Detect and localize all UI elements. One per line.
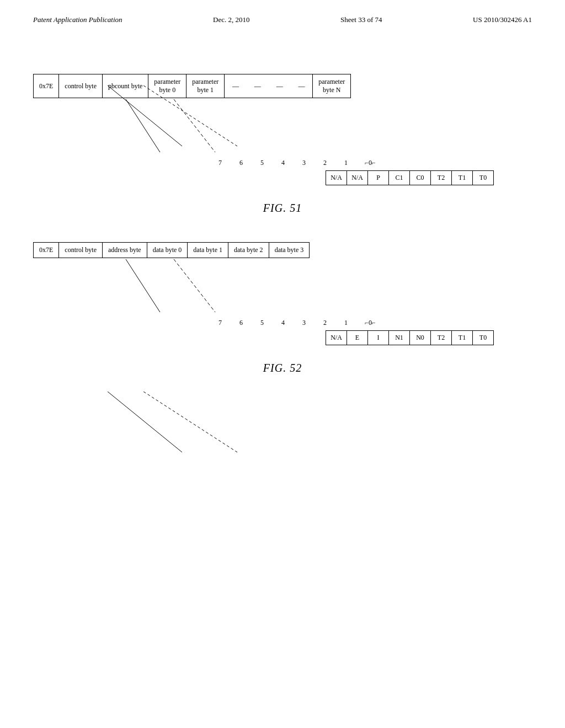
header-date: Dec. 2, 2010 xyxy=(213,15,249,24)
header-patent-number: US 2010/302426 A1 xyxy=(473,15,532,24)
fig52-bit-cell-e: E xyxy=(347,331,368,345)
fig51-cell-0x7e: 0x7E xyxy=(34,74,59,98)
svg-line-3 xyxy=(174,259,215,312)
fig52-bit-cell-n1: N1 xyxy=(389,331,410,345)
fig52-cell-data2: data byte 2 xyxy=(228,243,269,258)
fig51-section: 0x7E control byte pbcount byte parameter… xyxy=(0,24,565,374)
fig51-bit-cell-c1: C1 xyxy=(389,171,410,185)
header-sheet: Sheet 33 of 74 xyxy=(340,15,382,24)
fig52-svg-diag xyxy=(88,258,408,324)
fig51-svg-diag xyxy=(88,98,408,164)
fig52-bit-cell-i: I xyxy=(368,331,389,345)
fig51-bit-cell-na2: N/A xyxy=(347,171,368,185)
fig51-bit-cell-na1: N/A xyxy=(326,171,347,185)
fig52-bit-cell-t1: T1 xyxy=(452,331,473,345)
fig52-diag-area xyxy=(88,258,408,324)
fig51-diag-area xyxy=(88,98,408,164)
fig51-bit-cell-t0: T0 xyxy=(473,171,494,185)
fig51-caption: FIG. 51 xyxy=(33,202,532,215)
svg-line-6 xyxy=(108,392,182,452)
fig51-bit-table: N/A N/A P C1 C0 T2 T1 T0 xyxy=(326,170,494,185)
fig52-packet-table: 0x7E control byte address byte data byte… xyxy=(33,242,310,258)
fig51-cell-param0: parameterbyte 0 xyxy=(148,74,186,98)
fig51-bit-cell-t2: T2 xyxy=(431,171,452,185)
header-publication-label: Patent Application Publication xyxy=(33,15,122,24)
fig51-cell-param1: parameterbyte 1 xyxy=(186,74,225,98)
fig51-cell-dash4: — xyxy=(291,74,313,98)
fig51-packet-table: 0x7E control byte pbcount byte parameter… xyxy=(33,74,351,98)
fig51-cell-control: control byte xyxy=(59,74,103,98)
fig52-overlay-svg xyxy=(33,392,353,463)
fig51-cell-pbcount: pbcount byte xyxy=(103,74,148,98)
svg-line-7 xyxy=(143,392,237,452)
fig51-bit-cell-p: P xyxy=(368,171,389,185)
page-header: Patent Application Publication Dec. 2, 2… xyxy=(0,0,565,24)
fig52-bit-cell-na: N/A xyxy=(326,331,347,345)
fig51-diagram: 0x7E control byte pbcount byte parameter… xyxy=(33,74,532,215)
svg-line-0 xyxy=(126,99,160,152)
fig51-cell-dash3: — xyxy=(269,74,291,98)
fig51-packet-row: 0x7E control byte pbcount byte parameter… xyxy=(33,74,532,98)
fig51-bit-table-wrapper: N/A N/A P C1 C0 T2 T1 T0 xyxy=(204,170,532,185)
fig52-packet-row: 0x7E control byte address byte data byte… xyxy=(33,242,532,258)
fig51-cell-dash1: — xyxy=(225,74,247,98)
fig52-cell-data0: data byte 0 xyxy=(147,243,188,258)
fig52-bit-cell-n0: N0 xyxy=(410,331,431,345)
fig52-cell-data1: data byte 1 xyxy=(188,243,228,258)
fig52-caption: FIG. 52 xyxy=(33,362,532,374)
fig51-bit-cell-t1: T1 xyxy=(452,171,473,185)
fig51-bit-cell-c0: C0 xyxy=(410,171,431,185)
fig52-bit-table-wrapper: N/A E I N1 N0 T2 T1 T0 xyxy=(204,330,532,345)
svg-line-1 xyxy=(174,99,215,152)
fig52-cell-control: control byte xyxy=(59,243,103,258)
fig51-cell-dash2: — xyxy=(247,74,269,98)
fig52-bit-cell-t0: T0 xyxy=(473,331,494,345)
fig52-cell-data3: data byte 3 xyxy=(269,243,310,258)
fig52-cell-0x7e: 0x7E xyxy=(34,243,59,258)
fig52-bit-cell-t2: T2 xyxy=(431,331,452,345)
svg-line-2 xyxy=(126,259,160,312)
fig52-diagram: 0x7E control byte address byte data byte… xyxy=(33,242,532,374)
fig52-bit-table: N/A E I N1 N0 T2 T1 T0 xyxy=(326,330,494,345)
fig52-cell-address: address byte xyxy=(103,243,147,258)
fig51-cell-paramN: parameterbyte N xyxy=(313,74,351,98)
